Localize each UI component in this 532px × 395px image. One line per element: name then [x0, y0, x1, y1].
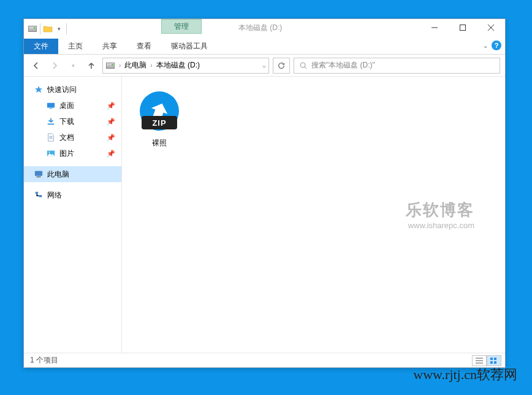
pin-icon: 📌: [107, 150, 115, 158]
pictures-icon: [46, 148, 56, 158]
tab-home[interactable]: 主页: [58, 39, 93, 54]
tab-drive-tools[interactable]: 驱动器工具: [161, 39, 218, 54]
refresh-button[interactable]: [273, 58, 290, 74]
tab-share[interactable]: 共享: [93, 39, 127, 54]
chevron-right-icon: ›: [150, 62, 152, 69]
svg-rect-7: [37, 177, 41, 178]
zip-badge: ZIP: [142, 116, 177, 129]
ribbon-expand-icon[interactable]: ⌄: [483, 42, 488, 49]
sidebar-item-label: 网络: [47, 190, 62, 201]
sidebar-item-label: 此电脑: [47, 169, 69, 180]
sidebar-network[interactable]: 网络: [24, 187, 121, 203]
address-bar: ▾ › 此电脑 › 本地磁盘 (D:) ⌵ 搜索"本地磁盘 (D:)": [24, 55, 505, 77]
document-icon: [46, 132, 56, 142]
sidebar-item-label: 桌面: [59, 101, 74, 111]
drive-icon: [28, 24, 37, 34]
view-icons-button[interactable]: [487, 355, 501, 366]
tab-file[interactable]: 文件: [24, 39, 58, 54]
help-icon[interactable]: ?: [492, 40, 501, 50]
status-text: 1 个项目: [30, 355, 58, 366]
network-icon: [34, 190, 44, 200]
forward-button[interactable]: [47, 58, 62, 73]
sidebar: 快速访问 桌面 📌 下载 📌 文档 📌 图片 📌: [24, 77, 122, 353]
svg-rect-8: [36, 192, 38, 194]
sidebar-documents[interactable]: 文档 📌: [24, 129, 121, 145]
svg-rect-0: [460, 25, 466, 31]
download-icon: [46, 117, 56, 126]
sidebar-pictures[interactable]: 图片 📌: [24, 145, 121, 161]
drive-icon: [105, 61, 115, 71]
view-details-button[interactable]: [472, 355, 487, 366]
svg-rect-11: [494, 358, 496, 360]
close-button[interactable]: [477, 19, 505, 36]
zip-file-icon: ZIP: [135, 86, 184, 136]
pin-icon: 📌: [107, 134, 115, 142]
svg-rect-10: [490, 358, 493, 360]
star-icon: [34, 85, 44, 94]
window-title: 本地磁盘 (D:): [238, 23, 282, 33]
svg-rect-2: [47, 103, 55, 108]
breadcrumb-current[interactable]: 本地磁盘 (D:): [156, 60, 200, 71]
sidebar-quick-access[interactable]: 快速访问: [24, 82, 121, 98]
file-name: 裸照: [152, 138, 167, 148]
pin-icon: 📌: [107, 118, 115, 126]
address-field[interactable]: › 此电脑 › 本地磁盘 (D:) ⌵: [102, 58, 269, 74]
explorer-window: ▾ 管理 本地磁盘 (D:) 文件 主页 共享 查看 驱动器工具 ⌄ ? ▾ ›: [23, 18, 506, 368]
sidebar-item-label: 快速访问: [47, 85, 77, 95]
svg-point-5: [48, 151, 50, 153]
watermark: 乐软博客 www.isharepc.com: [406, 199, 474, 230]
page-watermark: www.rjtj.cn软荐网: [413, 366, 517, 384]
file-item[interactable]: ZIP 裸照: [132, 86, 187, 148]
pin-icon: 📌: [107, 102, 115, 110]
sidebar-item-label: 下载: [59, 117, 74, 127]
maximize-button[interactable]: [449, 19, 477, 36]
svg-rect-3: [49, 108, 52, 109]
computer-icon: [34, 169, 44, 179]
svg-rect-6: [35, 171, 42, 176]
minimize-button[interactable]: [420, 19, 449, 36]
file-list-area[interactable]: ZIP 裸照 乐软博客 www.isharepc.com: [122, 77, 505, 353]
folder-icon[interactable]: [43, 24, 53, 34]
svg-point-1: [300, 63, 305, 67]
sidebar-desktop[interactable]: 桌面 📌: [24, 98, 121, 113]
desktop-icon: [46, 101, 56, 110]
breadcrumb-root[interactable]: 此电脑: [124, 60, 146, 71]
chevron-right-icon: ›: [119, 62, 121, 69]
qat-dropdown-icon[interactable]: ▾: [54, 24, 64, 34]
titlebar: ▾ 管理 本地磁盘 (D:): [24, 19, 505, 39]
recent-dropdown-icon[interactable]: ▾: [66, 58, 80, 73]
svg-rect-12: [490, 361, 493, 364]
address-dropdown-icon[interactable]: ⌵: [262, 62, 266, 69]
sidebar-downloads[interactable]: 下载 📌: [24, 113, 121, 129]
sidebar-item-label: 图片: [59, 148, 74, 159]
svg-rect-13: [494, 361, 496, 364]
search-icon: [299, 61, 308, 70]
ribbon-tabs: 文件 主页 共享 查看 驱动器工具 ⌄ ?: [24, 39, 505, 55]
up-button[interactable]: [84, 58, 99, 73]
tab-view[interactable]: 查看: [127, 39, 161, 54]
sidebar-item-label: 文档: [59, 132, 74, 143]
back-button[interactable]: [29, 58, 44, 73]
context-tab-group: 管理: [161, 19, 202, 34]
search-input[interactable]: 搜索"本地磁盘 (D:)": [294, 58, 500, 74]
sidebar-this-pc[interactable]: 此电脑: [24, 166, 121, 182]
search-placeholder: 搜索"本地磁盘 (D:)": [311, 60, 375, 71]
